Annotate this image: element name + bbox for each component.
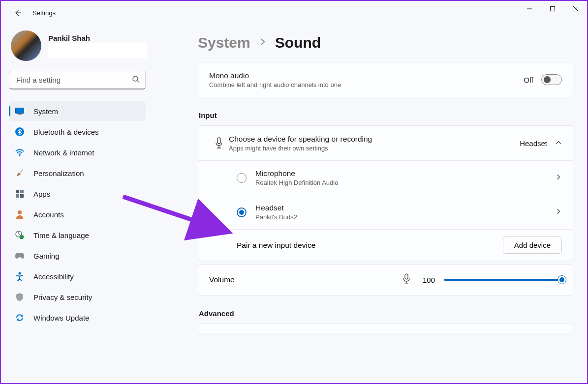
sidebar-item-windows-update[interactable]: Windows Update (9, 308, 146, 327)
gamepad-icon (15, 251, 25, 261)
mono-audio-card: Mono audio Combine left and right audio … (198, 62, 573, 97)
mono-audio-toggle[interactable] (541, 74, 562, 85)
sidebar-item-label: Accessibility (33, 272, 74, 281)
chevron-right-icon[interactable] (555, 208, 562, 217)
close-button[interactable] (564, 1, 587, 17)
mono-audio-title: Mono audio (209, 71, 524, 80)
svg-point-12 (20, 235, 24, 239)
slider-thumb[interactable] (558, 276, 566, 284)
svg-rect-8 (16, 194, 19, 198)
maximize-button[interactable] (541, 1, 564, 17)
sidebar-item-label: Apps (33, 190, 50, 198)
wifi-icon (15, 148, 25, 157)
choose-device-desc: Apps might have their own settings (229, 145, 520, 152)
sidebar-item-network[interactable]: Network & internet (9, 143, 146, 162)
volume-card: Volume 100 (198, 264, 573, 295)
breadcrumb-current: Sound (275, 34, 321, 51)
pair-input-device-row: Pair a new input device Add device (198, 229, 573, 261)
svg-point-1 (133, 76, 138, 81)
advanced-card-partial (198, 324, 573, 333)
volume-value: 100 (419, 276, 435, 284)
sidebar-item-system[interactable]: System (9, 101, 146, 121)
add-device-button[interactable]: Add device (503, 236, 562, 254)
sidebar-item-bluetooth[interactable]: Bluetooth & devices (9, 122, 146, 142)
advanced-section-label: Advanced (199, 309, 573, 318)
profile-email-placeholder (48, 43, 147, 58)
sidebar-item-accounts[interactable]: Accounts (9, 205, 146, 224)
volume-slider[interactable] (444, 279, 562, 281)
microphone-icon (209, 137, 229, 149)
sidebar-item-label: Network & internet (33, 148, 94, 157)
sidebar-item-label: Windows Update (33, 314, 89, 322)
svg-point-5 (19, 155, 21, 156)
back-button[interactable] (9, 4, 27, 22)
sidebar-item-time-language[interactable]: Time & language (9, 225, 146, 245)
chevron-right-icon[interactable] (555, 174, 562, 182)
sidebar-item-label: Privacy & security (33, 293, 92, 301)
sidebar-item-label: Personalization (33, 169, 84, 177)
svg-rect-7 (20, 190, 24, 193)
sidebar-item-accessibility[interactable]: Accessibility (9, 266, 146, 286)
accessibility-icon (15, 271, 25, 281)
svg-rect-3 (18, 114, 22, 115)
minimize-button[interactable] (518, 1, 541, 17)
person-icon (15, 209, 25, 219)
mono-audio-state: Off (524, 76, 533, 84)
avatar (11, 30, 41, 61)
volume-label: Volume (209, 275, 235, 284)
search-input[interactable] (9, 71, 146, 89)
svg-point-13 (19, 272, 21, 275)
svg-rect-9 (20, 194, 24, 198)
choose-device-title: Choose a device for speaking or recordin… (229, 135, 520, 144)
sidebar-item-privacy[interactable]: Privacy & security (9, 287, 146, 307)
radio-selected[interactable] (237, 207, 247, 217)
minimize-icon (527, 6, 532, 11)
shield-icon (15, 292, 25, 302)
device-desc: Realtek High Definition Audio (255, 179, 555, 186)
mono-audio-desc: Combine left and right audio channels in… (209, 81, 524, 89)
device-desc: Pankil's Buds2 (255, 213, 555, 221)
profile-name: Pankil Shah (48, 34, 147, 42)
input-device-microphone[interactable]: Microphone Realtek High Definition Audio (198, 160, 573, 195)
input-section-label: Input (199, 111, 573, 119)
input-device-headset[interactable]: Headset Pankil's Buds2 (198, 195, 573, 229)
close-icon (573, 6, 578, 11)
svg-rect-15 (405, 274, 408, 279)
svg-rect-0 (550, 7, 555, 11)
profile-block[interactable]: Pankil Shah (11, 30, 146, 61)
breadcrumb: System Sound (198, 34, 573, 51)
chevron-right-icon (259, 38, 266, 47)
choose-input-device-row[interactable]: Choose a device for speaking or recordin… (198, 126, 573, 160)
svg-point-10 (18, 210, 22, 214)
sidebar-item-label: Time & language (33, 231, 89, 239)
bluetooth-icon (15, 127, 25, 137)
sidebar-item-label: Gaming (33, 252, 60, 260)
breadcrumb-parent[interactable]: System (198, 34, 250, 51)
svg-rect-2 (16, 108, 24, 114)
arrow-left-icon (14, 9, 22, 17)
sidebar-item-label: Bluetooth & devices (33, 128, 99, 136)
selected-device-summary: Headset (520, 139, 547, 148)
app-title: Settings (32, 9, 56, 17)
chevron-up-icon (555, 139, 562, 148)
microphone-icon[interactable] (402, 273, 410, 286)
sidebar-item-personalization[interactable]: Personalization (9, 163, 146, 183)
sidebar-item-label: Accounts (33, 210, 64, 219)
svg-rect-14 (217, 138, 220, 144)
search-icon (132, 75, 140, 85)
radio-unselected[interactable] (237, 173, 247, 183)
input-devices-card: Choose a device for speaking or recordin… (198, 125, 573, 261)
sidebar-item-apps[interactable]: Apps (9, 184, 146, 204)
update-icon (15, 313, 25, 323)
sidebar-item-gaming[interactable]: Gaming (9, 246, 146, 266)
system-icon (15, 106, 25, 116)
maximize-icon (550, 6, 555, 11)
pair-label: Pair a new input device (237, 241, 315, 250)
paintbrush-icon (15, 168, 25, 178)
device-name: Headset (255, 204, 555, 212)
device-name: Microphone (255, 169, 555, 178)
sidebar-item-label: System (33, 107, 58, 116)
clock-globe-icon (15, 230, 25, 240)
svg-rect-6 (16, 190, 19, 193)
apps-icon (15, 189, 25, 199)
